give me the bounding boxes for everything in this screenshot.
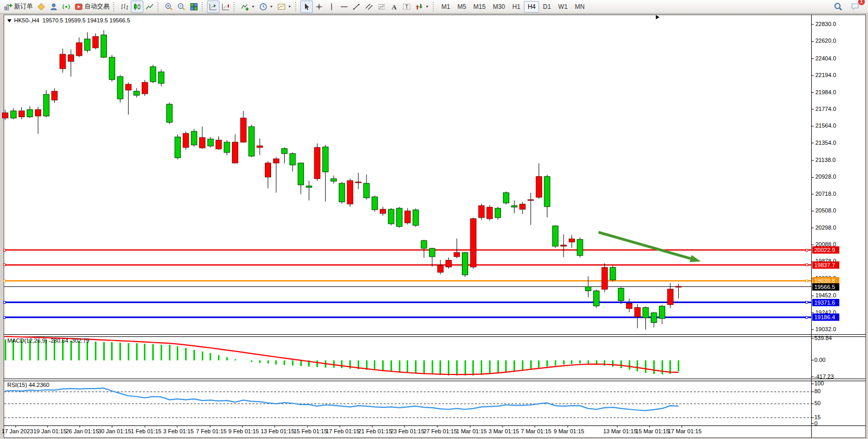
tile-windows-button[interactable] bbox=[188, 1, 200, 13]
timeframe-m15-button[interactable]: M15 bbox=[470, 1, 489, 12]
price-tag-19837.7: 19837.7 bbox=[812, 261, 839, 269]
time-axis-label: 1 Feb 01:15 bbox=[131, 428, 162, 434]
horizontal-line-tool-button[interactable] bbox=[338, 1, 350, 13]
price-tick-label: 21354.0 bbox=[815, 140, 836, 146]
toolbar-group bbox=[163, 1, 200, 13]
quotes-button[interactable] bbox=[35, 1, 47, 13]
toolbar-grip bbox=[202, 2, 205, 11]
periods-button[interactable]: ▼ bbox=[257, 1, 275, 13]
timeframe-w1-button[interactable]: W1 bbox=[555, 1, 571, 12]
toolbar-grip bbox=[295, 2, 299, 11]
time-axis-label: 26 Jan 01:15 bbox=[66, 428, 99, 434]
line-handle[interactable] bbox=[805, 264, 808, 266]
zoom-out-icon bbox=[177, 3, 186, 11]
line-handle[interactable] bbox=[3, 301, 6, 304]
tile-windows-icon bbox=[190, 3, 198, 11]
toolbar-group: 新订单自动交易 bbox=[2, 1, 112, 13]
toolbar-group: ▼▼▼ bbox=[239, 1, 294, 13]
time-axis-label: 9 Feb 01:15 bbox=[228, 428, 259, 434]
bar-chart-mode-button[interactable] bbox=[118, 1, 131, 13]
signals-button[interactable] bbox=[60, 1, 72, 13]
timeframe-h1-button[interactable]: H1 bbox=[509, 1, 524, 12]
time-axis-label: 30 Jan 01:15 bbox=[98, 428, 131, 434]
line-handle[interactable] bbox=[805, 249, 808, 252]
timeframe-m5-button[interactable]: M5 bbox=[454, 1, 470, 12]
line-handle[interactable] bbox=[805, 316, 808, 319]
line-handle[interactable] bbox=[3, 316, 6, 319]
label-tool-button[interactable]: T bbox=[400, 1, 413, 13]
timeframe-d1-button[interactable]: D1 bbox=[539, 1, 554, 12]
chevron-down-icon[interactable]: ▼ bbox=[270, 5, 273, 8]
auto-trading-button[interactable]: 自动交易 bbox=[72, 1, 112, 13]
candlestick-mode-button[interactable] bbox=[131, 1, 143, 13]
line-handle[interactable] bbox=[805, 301, 808, 304]
zoom-out-button[interactable] bbox=[175, 1, 188, 13]
timeframe-m30-button[interactable]: M30 bbox=[489, 1, 508, 12]
templates-icon bbox=[277, 3, 286, 11]
search-button[interactable] bbox=[832, 1, 845, 13]
time-axis-label: 13 Feb 01:15 bbox=[261, 428, 295, 434]
price-tick-label: 19032.0 bbox=[815, 326, 836, 332]
time-axis-label: 7 Feb 01:15 bbox=[196, 428, 227, 434]
price-tick-label: 21564.0 bbox=[815, 122, 836, 129]
macd-tick-label: 539.84 bbox=[814, 335, 832, 341]
macd-name: MACD(12,26,9) bbox=[7, 337, 47, 344]
crosshair-button[interactable] bbox=[313, 1, 325, 13]
chevron-down-icon[interactable] bbox=[7, 19, 11, 22]
signals-icon bbox=[62, 3, 70, 11]
ohlc-values: 19570.5 19599.5 19419.5 19566.5 bbox=[42, 17, 130, 23]
main-toolbar: 新订单自动交易▼▼▼AT▼M1M5M15M30H1H4D1W1MN1 bbox=[0, 0, 868, 14]
chevron-down-icon[interactable]: ▼ bbox=[251, 5, 255, 8]
auto-scroll-button[interactable] bbox=[219, 1, 232, 13]
rsi-tick-label: 80 bbox=[814, 388, 821, 394]
new-order-label: 新订单 bbox=[14, 2, 33, 11]
macd-indicator-label: MACD(12,26,9) -280.64 -302.79 bbox=[7, 337, 89, 344]
toolbar-group bbox=[207, 1, 232, 13]
new-order-button[interactable]: 新订单 bbox=[2, 1, 35, 13]
time-axis-label: 13 Mar 01:15 bbox=[603, 428, 637, 434]
arrows-tool-button[interactable]: ▼ bbox=[413, 1, 431, 13]
price-tick-label: 19452.0 bbox=[815, 292, 836, 298]
chart-shift-icon bbox=[209, 3, 217, 11]
chart-shift-button[interactable] bbox=[207, 1, 219, 13]
indicators-button[interactable]: ▼ bbox=[239, 1, 257, 13]
search-icon bbox=[834, 2, 842, 11]
line-chart-mode-button[interactable] bbox=[143, 1, 156, 13]
time-axis-label: 7 Mar 01:15 bbox=[521, 428, 552, 434]
timeframe-h4-button[interactable]: H4 bbox=[524, 1, 539, 12]
toolbar-grip bbox=[433, 2, 436, 11]
line-handle[interactable] bbox=[805, 280, 808, 282]
time-axis-label: 17 Jan 2023 bbox=[2, 428, 33, 434]
price-tick-label: 21138.0 bbox=[815, 157, 836, 163]
trendline-tool-button[interactable] bbox=[350, 1, 363, 13]
line-handle[interactable] bbox=[3, 264, 6, 266]
time-axis-label: 1 Mar 01:15 bbox=[456, 428, 487, 434]
templates-button[interactable]: ▼ bbox=[275, 1, 294, 13]
vertical-line-tool-button[interactable] bbox=[325, 1, 338, 13]
channel-tool-button[interactable] bbox=[363, 1, 375, 13]
cursor-button[interactable] bbox=[300, 1, 313, 13]
rsi-value: 44.2360 bbox=[29, 382, 50, 388]
price-tag-20022.9: 20022.9 bbox=[812, 246, 839, 254]
price-tick-label: 20298.0 bbox=[815, 224, 836, 231]
notifications-button[interactable]: 1 bbox=[849, 1, 862, 13]
toolbar-right: 1 bbox=[832, 1, 866, 13]
text-tool-button[interactable]: A bbox=[388, 1, 400, 13]
fibonacci-tool-button[interactable] bbox=[375, 1, 388, 13]
timeframe-mn-button[interactable]: MN bbox=[571, 1, 589, 12]
toolbar-grip bbox=[113, 2, 117, 11]
trendline-icon bbox=[352, 3, 361, 11]
price-tick-label: 22194.0 bbox=[815, 72, 836, 78]
vline-icon bbox=[327, 3, 336, 11]
toolbar-grip bbox=[234, 2, 237, 11]
chevron-down-icon[interactable]: ▼ bbox=[288, 5, 291, 8]
bars-chart-icon bbox=[120, 3, 129, 11]
zoom-in-button[interactable] bbox=[163, 1, 175, 13]
profile-button[interactable] bbox=[47, 1, 60, 13]
line-handle[interactable] bbox=[3, 249, 6, 252]
zoom-in-icon bbox=[165, 3, 173, 11]
line-handle[interactable] bbox=[3, 280, 6, 282]
chart-shift-marker-icon[interactable] bbox=[656, 15, 659, 19]
chevron-down-icon[interactable]: ▼ bbox=[425, 5, 429, 8]
timeframe-m1-button[interactable]: M1 bbox=[438, 1, 454, 12]
